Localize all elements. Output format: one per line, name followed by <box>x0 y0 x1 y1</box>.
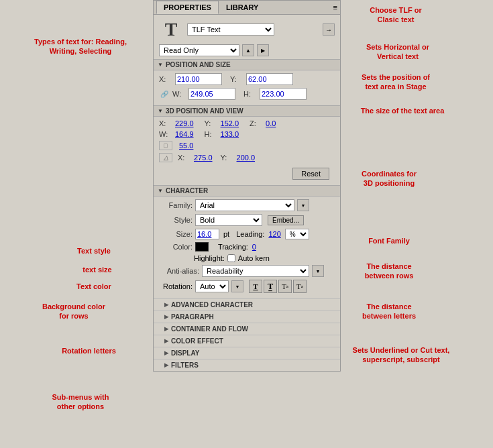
callout-coordinates-3d: Coordinates for3D positioning <box>342 169 436 188</box>
antialias-dropdown-btn[interactable]: ▼ <box>312 265 324 277</box>
callout-font-family: Font Family <box>355 236 423 245</box>
callout-distance-letters: The distancebetween letters <box>342 302 436 321</box>
style-btn-subscript[interactable]: Ta <box>293 280 307 293</box>
tab-library[interactable]: LIBRARY <box>219 1 266 14</box>
y-input[interactable] <box>246 73 293 85</box>
style-row: Style: Bold Embed... <box>159 214 335 226</box>
3d-h-label: H: <box>205 130 218 138</box>
style-btn-strikethrough[interactable]: T̲ <box>264 280 277 293</box>
size-label: Size: <box>159 230 193 238</box>
section-position-label: POSITION AND SIZE <box>166 61 231 68</box>
submenu-filters[interactable]: ▶ FILTERS <box>154 359 340 371</box>
section-3d-label: 3D POSITION AND VIEW <box>166 107 243 115</box>
submenu-color-arrow: ▶ <box>164 338 168 344</box>
callout-sets-horizontal: Sets Horizontal orVertical text <box>347 42 448 62</box>
callout-distance-rows: The distancebetween rows <box>342 262 436 281</box>
3d-y-value[interactable]: 152.0 <box>221 119 239 127</box>
color-label: Color: <box>159 243 193 251</box>
leading-unit-select[interactable]: % pt <box>285 229 309 239</box>
leading-value[interactable]: 120 <box>268 230 280 238</box>
highlight-checkbox[interactable] <box>227 254 235 262</box>
behavior-icon2[interactable]: ▶ <box>257 44 269 56</box>
type-select[interactable]: TLF Text Classic Text <box>187 23 274 36</box>
behavior-row: Read Only Selectable Editable ▲ ▶ <box>154 44 340 59</box>
wh-row: 🔗 W: H: <box>159 88 335 100</box>
3d-x-label: X: <box>159 119 172 127</box>
3d-z-label: Z: <box>250 119 263 127</box>
reset-button[interactable]: Reset <box>292 168 329 180</box>
style-btn-underline[interactable]: T <box>249 280 262 293</box>
section-character-content: Family: Arial ▼ Style: Bold Embed... Siz… <box>154 197 340 298</box>
3d-x-value[interactable]: 229.0 <box>175 119 194 127</box>
3d-xyz-row: X: 229.0 Y: 152.0 Z: 0.0 <box>159 119 335 127</box>
section-3d-header[interactable]: ▼ 3D POSITION AND VIEW <box>154 105 340 117</box>
style-select[interactable]: Bold <box>195 214 262 226</box>
callout-choose-tlf: Choose TLF orClasic text <box>349 5 443 25</box>
submenu-advanced-label: ADVANCED CHARACTER <box>171 301 253 309</box>
submenu-display-label: DISPLAY <box>171 349 199 357</box>
y-label: Y: <box>230 75 243 83</box>
tracking-label: Tracking: <box>218 243 248 251</box>
tracking-value[interactable]: 0 <box>252 243 256 251</box>
submenu-color-effect[interactable]: ▶ COLOR EFFECT <box>154 335 340 347</box>
submenu-container-label: CONTAINER AND FLOW <box>171 325 248 333</box>
submenu-advanced-arrow: ▶ <box>164 302 168 308</box>
highlight-label: Highlight: <box>194 254 225 262</box>
submenus-container: ▶ ADVANCED CHARACTER ▶ PARAGRAPH ▶ CONTA… <box>154 298 340 371</box>
submenu-paragraph[interactable]: ▶ PARAGRAPH <box>154 311 340 323</box>
callout-sub-menus: Sub-menus withother options <box>37 392 124 412</box>
submenu-container-flow[interactable]: ▶ CONTAINER AND FLOW <box>154 323 340 335</box>
section-3d-content: X: 229.0 Y: 152.0 Z: 0.0 W: 164.9 H: 133… <box>154 117 340 185</box>
3d-wh-row: W: 164.9 H: 133.0 <box>159 130 335 138</box>
section-character-label: CHARACTER <box>166 187 208 194</box>
callout-text-style: Text style <box>60 246 127 256</box>
type-dropdown-container: TLF Text Classic Text <box>187 23 319 36</box>
3d-persp-icon: △ <box>159 153 172 162</box>
lock-icon: 🔗 <box>159 89 170 99</box>
3d-w-value[interactable]: 164.9 <box>175 130 194 138</box>
text-style-buttons: T T̲ Ta Ta <box>249 280 307 293</box>
text-icon: T <box>159 19 183 40</box>
submenu-display-arrow: ▶ <box>164 350 168 356</box>
antialias-label: Anti-alias: <box>159 267 199 275</box>
3d-persp-y-value[interactable]: 200.0 <box>237 154 256 162</box>
antialias-row: Anti-alias: Readability Animation Custom… <box>159 265 335 277</box>
behavior-select[interactable]: Read Only Selectable Editable <box>159 44 239 56</box>
3d-center-icon: □ <box>159 141 172 150</box>
callout-text-size: text size <box>67 265 127 274</box>
family-row: Family: Arial ▼ <box>159 199 335 211</box>
color-swatch[interactable] <box>195 242 209 251</box>
behavior-icon1[interactable]: ▲ <box>242 44 254 56</box>
tab-properties[interactable]: PROPERTIES <box>156 1 219 14</box>
style-btn-superscript[interactable]: Ta <box>278 280 292 293</box>
w-input[interactable] <box>188 88 235 100</box>
h-input[interactable] <box>260 88 307 100</box>
section-position-content: X: Y: 🔗 W: H: <box>154 70 340 105</box>
panel-menu-icon[interactable]: ≡ <box>333 3 337 11</box>
h-label: H: <box>243 90 257 98</box>
antialias-select[interactable]: Readability Animation Custom <box>202 265 309 277</box>
w-label: W: <box>172 90 186 98</box>
3d-h-value[interactable]: 133.0 <box>221 130 239 138</box>
rotation-label: Rotation: <box>159 282 193 290</box>
x-input[interactable] <box>175 73 222 85</box>
3d-persp-x-value[interactable]: 275.0 <box>194 154 213 162</box>
3d-center-value[interactable]: 55.0 <box>179 142 193 150</box>
submenu-display[interactable]: ▶ DISPLAY <box>154 347 340 359</box>
3d-z-value[interactable]: 0.0 <box>266 119 276 127</box>
style-label: Style: <box>159 216 193 224</box>
size-unit: pt <box>223 230 229 238</box>
rotation-dropdown-btn[interactable]: ▼ <box>231 280 243 292</box>
auto-kern-label: Auto kern <box>238 254 270 262</box>
3d-persp-y-label: Y: <box>221 154 234 162</box>
section-character-header[interactable]: ▼ CHARACTER <box>154 185 340 197</box>
section-position-header[interactable]: ▼ POSITION AND SIZE <box>154 59 340 70</box>
orient-btn[interactable]: → <box>323 23 335 36</box>
family-dropdown-btn[interactable]: ▼ <box>297 199 309 211</box>
callout-size-text: The size of the text area <box>342 106 463 115</box>
embed-button[interactable]: Embed... <box>268 215 304 225</box>
submenu-advanced-character[interactable]: ▶ ADVANCED CHARACTER <box>154 298 340 311</box>
size-input[interactable] <box>195 229 219 239</box>
rotation-select[interactable]: Auto 0° 90° <box>195 280 229 292</box>
family-select[interactable]: Arial <box>195 199 294 211</box>
